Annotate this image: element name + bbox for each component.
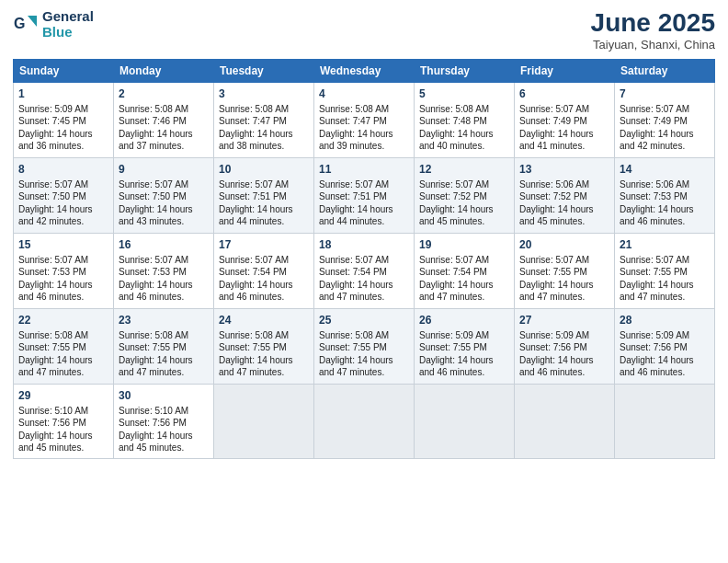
cell-line: Sunrise: 5:07 AM: [18, 254, 108, 267]
cell-line: Sunrise: 5:07 AM: [319, 254, 409, 267]
calendar-cell: 27Sunrise: 5:09 AMSunset: 7:56 PMDayligh…: [515, 308, 615, 384]
cell-line: Sunrise: 5:07 AM: [119, 178, 209, 191]
calendar-cell: 12Sunrise: 5:07 AMSunset: 7:52 PMDayligh…: [415, 157, 515, 233]
calendar-cell: 19Sunrise: 5:07 AMSunset: 7:54 PMDayligh…: [415, 233, 515, 308]
cell-line: and 46 minutes.: [620, 215, 710, 228]
cell-line: Sunrise: 5:08 AM: [319, 329, 409, 342]
calendar-cell: 30Sunrise: 5:10 AMSunset: 7:56 PMDayligh…: [114, 384, 214, 458]
calendar-cell: 10Sunrise: 5:07 AMSunset: 7:51 PMDayligh…: [214, 157, 314, 233]
cell-line: Daylight: 14 hours: [18, 203, 108, 216]
weekday-header-row: SundayMondayTuesdayWednesdayThursdayFrid…: [14, 59, 715, 82]
cell-line: Sunset: 7:48 PM: [419, 115, 509, 128]
cell-line: Daylight: 14 hours: [219, 203, 309, 216]
cell-line: and 44 minutes.: [319, 215, 409, 228]
calendar-cell: 2Sunrise: 5:08 AMSunset: 7:46 PMDaylight…: [114, 82, 214, 157]
weekday-saturday: Saturday: [615, 59, 715, 82]
cell-line: and 46 minutes.: [419, 366, 509, 379]
cell-line: Sunset: 7:55 PM: [419, 341, 509, 354]
day-number: 4: [319, 86, 409, 101]
calendar-cell: 6Sunrise: 5:07 AMSunset: 7:49 PMDaylight…: [515, 82, 615, 157]
day-number: 28: [620, 313, 710, 327]
calendar-cell: 24Sunrise: 5:08 AMSunset: 7:55 PMDayligh…: [214, 308, 314, 384]
calendar-cell: 4Sunrise: 5:08 AMSunset: 7:47 PMDaylight…: [314, 82, 415, 157]
calendar-cell: 3Sunrise: 5:08 AMSunset: 7:47 PMDaylight…: [214, 82, 314, 157]
cell-line: Sunset: 7:55 PM: [119, 341, 209, 354]
day-number: 10: [219, 162, 309, 177]
day-number: 25: [319, 313, 409, 327]
cell-line: Sunrise: 5:08 AM: [18, 329, 108, 342]
cell-line: and 38 minutes.: [219, 140, 309, 153]
calendar-cell: 18Sunrise: 5:07 AMSunset: 7:54 PMDayligh…: [314, 233, 415, 308]
cell-line: Sunset: 7:52 PM: [419, 190, 509, 203]
day-number: 8: [18, 162, 108, 177]
cell-line: Sunrise: 5:08 AM: [319, 103, 409, 116]
cell-line: Sunrise: 5:09 AM: [419, 329, 509, 342]
cell-line: and 46 minutes.: [620, 366, 710, 379]
cell-line: Sunset: 7:53 PM: [620, 190, 710, 203]
cell-line: Daylight: 14 hours: [319, 354, 409, 367]
cell-line: Daylight: 14 hours: [219, 279, 309, 292]
cell-line: and 47 minutes.: [519, 291, 609, 304]
calendar-cell: 8Sunrise: 5:07 AMSunset: 7:50 PMDaylight…: [14, 157, 114, 233]
logo-text: General Blue: [42, 9, 94, 40]
calendar-cell: [214, 384, 314, 458]
logo: G General Blue: [13, 9, 94, 40]
calendar-cell: 21Sunrise: 5:07 AMSunset: 7:55 PMDayligh…: [615, 233, 715, 308]
cell-line: Sunset: 7:55 PM: [219, 341, 309, 354]
cell-line: Sunset: 7:55 PM: [620, 266, 710, 279]
cell-line: Daylight: 14 hours: [18, 279, 108, 292]
cell-line: Sunrise: 5:07 AM: [119, 254, 209, 267]
calendar-cell: 11Sunrise: 5:07 AMSunset: 7:51 PMDayligh…: [314, 157, 415, 233]
weekday-thursday: Thursday: [415, 59, 515, 82]
cell-line: and 46 minutes.: [219, 291, 309, 304]
cell-line: Sunrise: 5:08 AM: [119, 103, 209, 116]
cell-line: and 47 minutes.: [18, 366, 108, 379]
day-number: 16: [119, 237, 209, 252]
week-row-5: 29Sunrise: 5:10 AMSunset: 7:56 PMDayligh…: [14, 384, 715, 458]
cell-line: and 47 minutes.: [319, 366, 409, 379]
cell-line: and 46 minutes.: [519, 366, 609, 379]
cell-line: Daylight: 14 hours: [620, 279, 710, 292]
cell-line: and 46 minutes.: [119, 291, 209, 304]
calendar-cell: [515, 384, 615, 458]
cell-line: Daylight: 14 hours: [519, 354, 609, 367]
cell-line: Sunrise: 5:07 AM: [519, 254, 609, 267]
cell-line: Sunrise: 5:08 AM: [219, 103, 309, 116]
cell-line: Daylight: 14 hours: [119, 203, 209, 216]
weekday-monday: Monday: [114, 59, 214, 82]
calendar-cell: 26Sunrise: 5:09 AMSunset: 7:55 PMDayligh…: [415, 308, 515, 384]
day-number: 20: [519, 237, 609, 252]
logo-icon: G: [13, 12, 39, 38]
day-number: 12: [419, 162, 509, 177]
calendar-cell: [314, 384, 415, 458]
calendar-cell: 28Sunrise: 5:09 AMSunset: 7:56 PMDayligh…: [615, 308, 715, 384]
page: G General Blue June 2025 Taiyuan, Shanxi…: [0, 0, 728, 563]
cell-line: Daylight: 14 hours: [319, 203, 409, 216]
cell-line: Daylight: 14 hours: [18, 430, 108, 442]
cell-line: and 45 minutes.: [519, 215, 609, 228]
calendar-cell: 7Sunrise: 5:07 AMSunset: 7:49 PMDaylight…: [615, 82, 715, 157]
week-row-2: 8Sunrise: 5:07 AMSunset: 7:50 PMDaylight…: [14, 157, 715, 233]
cell-line: Sunrise: 5:09 AM: [620, 329, 710, 342]
cell-line: Sunset: 7:51 PM: [319, 190, 409, 203]
cell-line: Sunrise: 5:08 AM: [219, 329, 309, 342]
cell-line: Sunset: 7:47 PM: [319, 115, 409, 128]
cell-line: Sunset: 7:50 PM: [18, 190, 108, 203]
cell-line: Sunrise: 5:07 AM: [519, 103, 609, 116]
cell-line: Daylight: 14 hours: [219, 128, 309, 141]
cell-line: Sunrise: 5:07 AM: [219, 254, 309, 267]
calendar-cell: 20Sunrise: 5:07 AMSunset: 7:55 PMDayligh…: [515, 233, 615, 308]
cell-line: and 47 minutes.: [620, 291, 710, 304]
cell-line: Daylight: 14 hours: [519, 203, 609, 216]
cell-line: and 42 minutes.: [18, 215, 108, 228]
weekday-sunday: Sunday: [14, 59, 114, 82]
cell-line: Daylight: 14 hours: [620, 128, 710, 141]
day-number: 13: [519, 162, 609, 177]
cell-line: Sunrise: 5:10 AM: [18, 405, 108, 418]
day-number: 19: [419, 237, 509, 252]
day-number: 2: [119, 86, 209, 101]
cell-line: Daylight: 14 hours: [620, 354, 710, 367]
cell-line: Sunrise: 5:07 AM: [620, 254, 710, 267]
cell-line: and 47 minutes.: [419, 291, 509, 304]
cell-line: and 41 minutes.: [519, 140, 609, 153]
